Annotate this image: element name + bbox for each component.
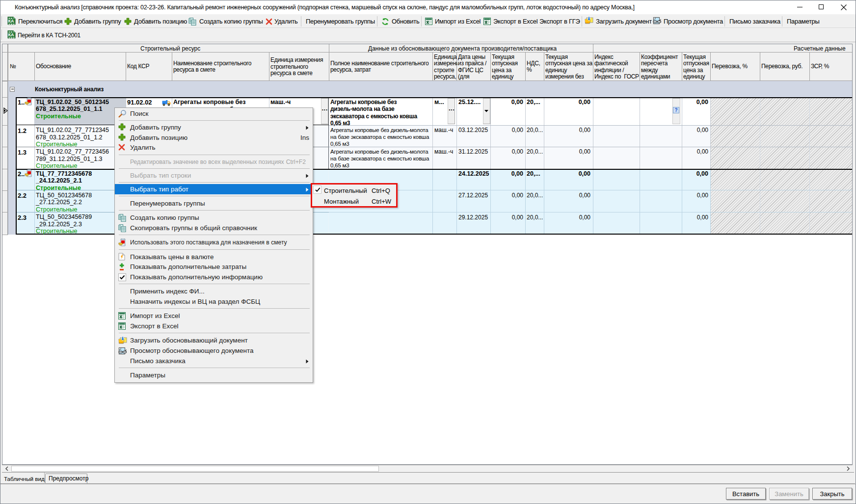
svg-text:КА: КА bbox=[8, 32, 14, 37]
svg-text:КА: КА bbox=[8, 19, 14, 24]
